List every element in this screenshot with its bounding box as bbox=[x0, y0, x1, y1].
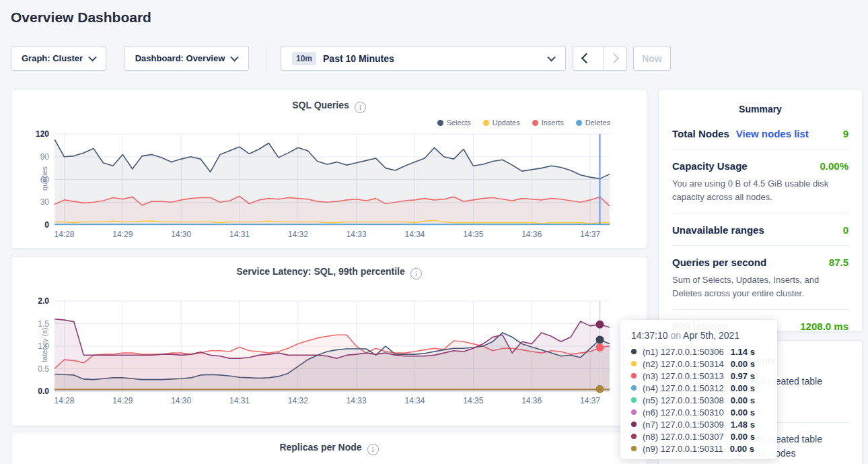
x-axis-tick: 14:31 bbox=[222, 230, 257, 239]
tooltip-on: on bbox=[670, 330, 681, 341]
y-axis-tick: 2.0 bbox=[20, 296, 49, 306]
x-axis-tick: 14:32 bbox=[281, 396, 316, 405]
x-axis-tick: 14:28 bbox=[46, 230, 81, 239]
time-nav-group bbox=[573, 46, 627, 71]
x-axis-tick: 14:28 bbox=[46, 396, 81, 405]
tooltip-rows: (n1) 127.0.0.1:503061.14 s(n2) 127.0.0.1… bbox=[631, 345, 766, 455]
series-dot-icon bbox=[631, 349, 637, 354]
time-back-button[interactable] bbox=[573, 46, 596, 70]
tooltip-date: Apr 5th, 2021 bbox=[683, 330, 739, 341]
tooltip-row: (n9) 127.0.0.1:503110.00 s bbox=[631, 442, 766, 455]
now-button[interactable]: Now bbox=[633, 46, 671, 71]
legend-dot-icon bbox=[532, 120, 538, 126]
x-axis-tick: 14:30 bbox=[164, 230, 198, 239]
y-axis-tick: 120 bbox=[20, 129, 49, 139]
replicas-per-node-card: Replicas per Nodei bbox=[11, 432, 647, 464]
legend-label: Deletes bbox=[585, 119, 610, 127]
unavailable-ranges-label: Unavailable ranges bbox=[672, 224, 764, 236]
tooltip-node-address: (n7) 127.0.0.1:50309 bbox=[643, 420, 724, 430]
legend-dot-icon bbox=[483, 120, 489, 126]
y-axis-tick: 0.0 bbox=[20, 387, 49, 396]
graph-scope-dropdown[interactable]: Graph: Cluster bbox=[11, 46, 106, 71]
legend-item: Deletes bbox=[576, 119, 610, 127]
summary-row-unavailable-ranges: Unavailable ranges 0 bbox=[672, 213, 848, 246]
replicas-per-node-title-text: Replicas per Node bbox=[279, 442, 361, 453]
p99-latency-value: 1208.0 ms bbox=[800, 321, 848, 332]
view-nodes-list-link[interactable]: View nodes list bbox=[736, 128, 809, 139]
tooltip-node-value: 0.00 s bbox=[731, 383, 755, 393]
tooltip-node-value: 1.48 s bbox=[731, 420, 755, 430]
tooltip-node-value: 1.14 s bbox=[731, 347, 755, 357]
x-axis-tick: 14:35 bbox=[456, 396, 491, 405]
service-latency-card: Service Latency: SQL, 99th percentilei 0… bbox=[11, 256, 647, 426]
service-latency-chart[interactable]: 0.00.51.01.52.014:2814:2914:3014:3114:32… bbox=[55, 301, 610, 391]
series-dot-icon bbox=[631, 361, 637, 366]
legend-item: Inserts bbox=[532, 119, 564, 127]
tooltip-node-address: (n4) 127.0.0.1:50312 bbox=[643, 383, 724, 393]
y-axis-label: queries bbox=[40, 155, 48, 202]
tooltip-row: (n2) 127.0.0.1:503140.00 s bbox=[631, 358, 766, 370]
series-dot-icon bbox=[631, 397, 637, 403]
qps-label: Queries per second bbox=[672, 257, 766, 268]
x-axis-tick: 14:33 bbox=[339, 230, 374, 239]
info-icon[interactable]: i bbox=[355, 102, 366, 113]
tooltip-row: (n6) 127.0.0.1:503100.00 s bbox=[631, 406, 766, 418]
page-title: Overview Dashboard bbox=[11, 9, 151, 26]
series-dot-icon bbox=[631, 385, 637, 391]
time-forward-button[interactable] bbox=[603, 46, 626, 70]
service-latency-title: Service Latency: SQL, 99th percentilei bbox=[11, 257, 647, 279]
chart-hover-tooltip: 14:37:10 on Apr 5th, 2021 (n1) 127.0.0.1… bbox=[620, 320, 777, 459]
x-axis-tick: 14:37 bbox=[573, 230, 608, 239]
summary-panel: Summary Total Nodes View nodes list 9 Ca… bbox=[658, 90, 863, 332]
total-nodes-label: Total Nodes bbox=[672, 128, 729, 139]
tooltip-node-value: 0.00 s bbox=[731, 395, 755, 405]
series-dot-icon bbox=[631, 446, 637, 451]
tooltip-row: (n7) 127.0.0.1:503091.48 s bbox=[631, 418, 766, 430]
time-window-dropdown[interactable]: 10m Past 10 Minutes bbox=[281, 46, 566, 71]
summary-row-total-nodes: Total Nodes View nodes list 9 bbox=[672, 117, 848, 150]
legend-dot-icon bbox=[437, 120, 443, 126]
sql-queries-chart[interactable]: 030609012014:2814:2914:3014:3114:3214:33… bbox=[55, 134, 610, 225]
summary-row-qps: Queries per second 87.5 Sum of Selects, … bbox=[672, 246, 848, 310]
tooltip-node-address: (n3) 127.0.0.1:50313 bbox=[643, 371, 724, 381]
x-axis-tick: 14:31 bbox=[222, 396, 257, 405]
tooltip-node-address: (n9) 127.0.0.1:50311 bbox=[643, 444, 723, 454]
y-axis-tick: 0 bbox=[20, 220, 49, 230]
y-axis-label: latency (s) bbox=[40, 321, 48, 368]
tooltip-time: 14:37:10 bbox=[631, 330, 668, 341]
chevron-down-icon bbox=[230, 53, 239, 62]
series-dot-icon bbox=[631, 409, 637, 415]
legend-label: Updates bbox=[493, 119, 520, 127]
x-axis-tick: 14:32 bbox=[281, 230, 316, 239]
x-axis-tick: 14:29 bbox=[105, 396, 140, 405]
x-axis-tick: 14:36 bbox=[514, 230, 549, 239]
tooltip-node-value: 0.97 s bbox=[731, 371, 755, 381]
capacity-usage-label: Capacity Usage bbox=[672, 160, 748, 172]
qps-desc: Sum of Selects, Updates, Inserts, and De… bbox=[672, 273, 848, 300]
capacity-usage-desc: You are using 0 B of 4.5 GiB usable disk… bbox=[672, 177, 848, 203]
legend-label: Inserts bbox=[542, 119, 564, 127]
service-latency-title-text: Service Latency: SQL, 99th percentile bbox=[236, 266, 405, 277]
tooltip-row: (n1) 127.0.0.1:503061.14 s bbox=[631, 345, 766, 358]
x-axis-tick: 14:34 bbox=[398, 230, 433, 239]
x-axis-tick: 14:37 bbox=[573, 396, 608, 405]
summary-row-capacity: Capacity Usage 0.00% You are using 0 B o… bbox=[672, 150, 848, 213]
tooltip-timestamp: 14:37:10 on Apr 5th, 2021 bbox=[631, 330, 766, 341]
x-axis-tick: 14:36 bbox=[514, 396, 549, 405]
info-icon[interactable]: i bbox=[410, 268, 422, 279]
tooltip-row: (n8) 127.0.0.1:503070.00 s bbox=[631, 430, 766, 442]
dashboard-dropdown[interactable]: Dashboard: Overview bbox=[124, 46, 249, 71]
x-axis-tick: 14:34 bbox=[398, 396, 433, 405]
x-axis-tick: 14:29 bbox=[105, 230, 140, 239]
tooltip-row: (n3) 127.0.0.1:503130.97 s bbox=[631, 370, 766, 382]
capacity-usage-value: 0.00% bbox=[820, 160, 848, 172]
overview-dashboard-page: Overview Dashboard Graph: Cluster Dashbo… bbox=[0, 0, 868, 464]
info-icon[interactable]: i bbox=[367, 444, 379, 455]
tooltip-node-value: 0.00 s bbox=[730, 444, 754, 454]
tooltip-row: (n4) 127.0.0.1:503120.00 s bbox=[631, 382, 766, 394]
legend-label: Selects bbox=[447, 119, 471, 127]
time-window-label: Past 10 Minutes bbox=[323, 53, 394, 64]
legend-item: Updates bbox=[483, 119, 520, 127]
replicas-per-node-title: Replicas per Nodei bbox=[11, 432, 647, 455]
series-dot-icon bbox=[631, 373, 637, 378]
